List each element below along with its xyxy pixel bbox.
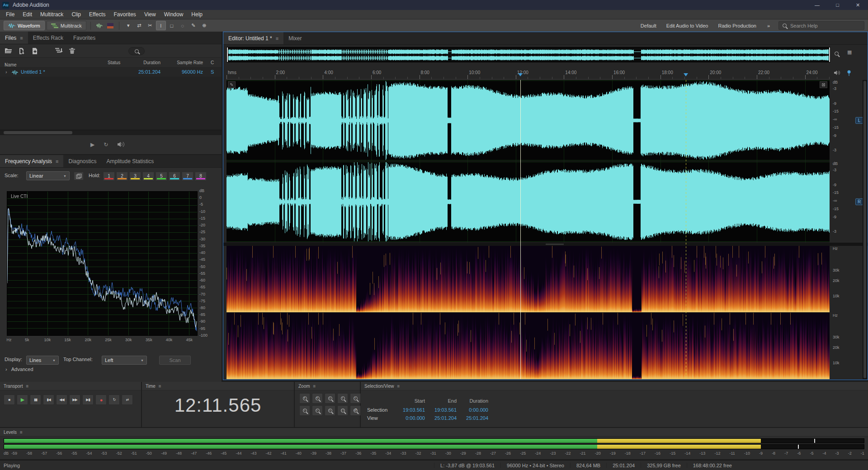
delete-icon[interactable] xyxy=(69,47,75,54)
record-button[interactable]: ● xyxy=(95,395,107,405)
minimize-button[interactable]: — xyxy=(807,0,827,10)
workspace-button[interactable]: Radio Production xyxy=(713,23,761,28)
tab-files[interactable]: Files ≡ xyxy=(0,32,28,44)
zoom-out-full-button[interactable]: ○ xyxy=(325,405,335,416)
column-channels[interactable]: C xyxy=(211,60,214,65)
zoom-out-amplitude-button[interactable]: − xyxy=(312,405,323,416)
hold-button-3[interactable]: 3 xyxy=(129,172,141,181)
rewind-button[interactable]: ◀◀ xyxy=(56,395,67,405)
panel-menu-icon[interactable]: ≡ xyxy=(56,159,58,164)
tab-editor[interactable]: Editor: Untitled 1 * ≡ xyxy=(223,32,283,44)
selection-line[interactable] xyxy=(686,80,686,379)
lasso-selection-tool[interactable]: ◌ xyxy=(178,21,188,30)
view-duration[interactable]: 25:01.204 xyxy=(458,415,488,421)
files-horizontal-scrollbar[interactable] xyxy=(0,130,222,135)
insert-into-multitrack-icon[interactable] xyxy=(55,47,63,54)
top-channel-dropdown[interactable]: Left▼ xyxy=(102,356,147,365)
tab-effects-rack[interactable]: Effects Rack ≡ xyxy=(28,32,68,44)
scale-dropdown[interactable]: Linear▼ xyxy=(26,171,70,180)
waveform-view-button[interactable]: Waveform xyxy=(4,21,45,30)
waveform-display[interactable]: ✎ ⊠ xyxy=(226,80,830,242)
file-row[interactable]: › Untitled 1 * 25:01.204 96000 Hz S xyxy=(0,68,222,77)
preview-loop-icon[interactable]: ↻ xyxy=(104,141,108,148)
paintbrush-selection-tool[interactable]: ✎ xyxy=(189,21,198,30)
monitor-speaker-icon[interactable] xyxy=(834,70,840,75)
panel-menu-icon[interactable]: ≡ xyxy=(20,35,23,41)
overview-scrollbar[interactable] xyxy=(226,47,830,62)
skip-to-start-button[interactable]: ▮◀ xyxy=(43,395,54,405)
menu-item[interactable]: Help xyxy=(187,11,207,18)
waveform-right-channel[interactable] xyxy=(226,161,830,242)
close-button[interactable]: ✕ xyxy=(848,0,868,10)
multitrack-view-button[interactable]: Multitrack xyxy=(47,21,86,30)
row-expander-icon[interactable]: › xyxy=(5,69,7,75)
level-meter-right[interactable] xyxy=(4,444,864,449)
tab-favorites[interactable]: Favorites ≡ xyxy=(68,32,100,44)
maximize-button[interactable]: □ xyxy=(827,0,848,10)
waveform-spectral-splitter[interactable] xyxy=(223,243,868,246)
search-help-field[interactable]: Search Help xyxy=(778,21,864,30)
workspace-button[interactable]: Default xyxy=(636,23,661,28)
panel-layout-icon[interactable]: ▦ xyxy=(847,49,852,55)
zoom-toggle-button[interactable]: ↺ xyxy=(350,405,361,416)
right-channel-badge[interactable]: R xyxy=(855,198,863,205)
column-duration[interactable]: Duration xyxy=(131,60,160,65)
timeline-ruler[interactable]: hms 2:004:006:008:0010:0012:0014:0016:00… xyxy=(226,68,830,80)
selection-end[interactable]: 19:03.561 xyxy=(427,407,457,413)
hold-button-7[interactable]: 7 xyxy=(182,172,193,181)
menu-item[interactable]: Clip xyxy=(67,11,85,18)
files-search-field[interactable] xyxy=(128,47,145,55)
panel-menu-icon[interactable]: ≡ xyxy=(26,384,28,389)
zoom-in-amplitude-button[interactable]: + xyxy=(312,393,323,404)
workspace-button[interactable]: Edit Audio to Video xyxy=(661,23,713,28)
tab-amplitude-statistics[interactable]: Amplitude Statistics ≡ xyxy=(102,155,159,167)
tab-frequency-analysis[interactable]: Frequency Analysis ≡ xyxy=(0,155,63,167)
waveform-display-toggle[interactable] xyxy=(95,21,104,30)
hold-button-1[interactable]: 1 xyxy=(103,172,115,181)
selection-start[interactable]: 19:03.561 xyxy=(395,407,425,413)
tab-mixer[interactable]: Mixer ≡ xyxy=(283,32,307,44)
zoom-in-point-button[interactable]: ‹ xyxy=(337,393,348,404)
loop-playback-button[interactable]: ↻ xyxy=(108,395,120,405)
hold-button-8[interactable]: 8 xyxy=(195,172,207,181)
scan-button[interactable]: Scan xyxy=(159,356,191,365)
zoom-overview-icon[interactable] xyxy=(835,49,839,57)
hold-button-6[interactable]: 6 xyxy=(169,172,180,181)
preview-play-icon[interactable]: ▶ xyxy=(90,141,94,148)
spectral-display-toggle[interactable] xyxy=(106,21,115,30)
overview-waveform-canvas[interactable] xyxy=(227,47,830,62)
spectral-left-channel[interactable] xyxy=(226,246,830,312)
playhead-marker[interactable] xyxy=(518,73,523,79)
razor-tool[interactable]: ✂ xyxy=(145,21,155,30)
zoom-selection-button[interactable]: □ xyxy=(337,405,348,416)
scrollbar-thumb[interactable] xyxy=(4,131,72,134)
hold-button-4[interactable]: 4 xyxy=(142,172,154,181)
column-sample-rate[interactable]: Sample Rate xyxy=(168,60,203,65)
selection-duration[interactable]: 0:00.000 xyxy=(458,407,488,413)
snapshot-icon[interactable] xyxy=(74,172,84,180)
skip-to-end-button[interactable]: ▶▮ xyxy=(82,395,94,405)
panel-menu-icon[interactable]: ≡ xyxy=(397,384,400,389)
left-channel-badge[interactable]: L xyxy=(855,117,863,124)
spectral-display[interactable] xyxy=(226,246,830,379)
fast-forward-button[interactable]: ▶▶ xyxy=(69,395,80,405)
pin-marker-icon[interactable] xyxy=(847,70,851,76)
column-status[interactable]: Status xyxy=(108,60,120,65)
splitter-grip[interactable] xyxy=(546,244,564,245)
level-meter-left[interactable] xyxy=(4,438,864,443)
display-dropdown[interactable]: Lines▼ xyxy=(26,356,59,365)
zoom-out-point-button[interactable]: › xyxy=(350,393,361,404)
view-start[interactable]: 0:00.000 xyxy=(395,415,425,421)
advanced-section[interactable]: › Advanced xyxy=(5,367,33,372)
skip-selection-button[interactable]: ⇄ xyxy=(122,395,133,405)
workspace-overflow-button[interactable]: » xyxy=(762,23,775,28)
play-button[interactable]: ▶ xyxy=(17,395,28,405)
panel-menu-icon[interactable]: ≡ xyxy=(276,36,278,41)
new-file-icon[interactable] xyxy=(32,47,38,55)
panel-menu-icon[interactable]: ≡ xyxy=(313,384,316,389)
time-selection-tool[interactable]: Ι xyxy=(156,21,166,30)
edit-overlay-icon[interactable]: ✎ xyxy=(228,81,236,88)
editor-vertical-scrollbar[interactable] xyxy=(863,80,867,379)
menu-item[interactable]: Edit xyxy=(19,11,36,18)
playhead[interactable] xyxy=(520,80,521,379)
